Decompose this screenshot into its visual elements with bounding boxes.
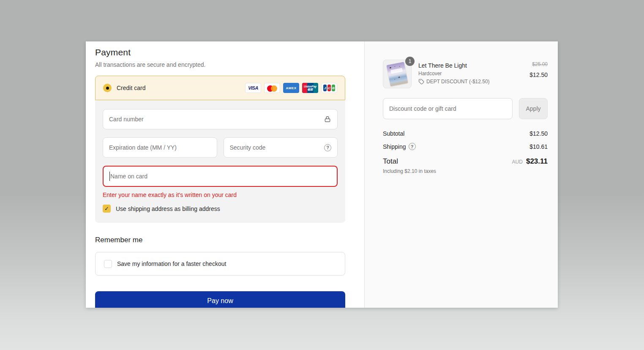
shipping-value: $10.61	[529, 143, 548, 150]
name-error-message: Enter your name exactly as it's written …	[103, 191, 338, 198]
subtotal-label: Subtotal	[383, 130, 404, 137]
card-number-field[interactable]	[103, 109, 338, 129]
expiration-field[interactable]	[103, 137, 217, 158]
product-title: Let There Be Light	[418, 62, 490, 69]
unionpay-badge-icon: UnionPay银联	[302, 83, 318, 93]
question-circle-icon: ?	[324, 144, 331, 151]
remember-me-heading: Remember me	[95, 236, 345, 244]
security-code-input[interactable]	[230, 144, 325, 151]
discounted-price: $12.50	[529, 71, 548, 78]
payment-subtitle: All transactions are secure and encrypte…	[95, 61, 345, 68]
text-caret	[109, 172, 110, 181]
quantity-badge: 1	[405, 57, 415, 66]
billing-address-checkbox-row[interactable]: ✓ Use shipping address as billing addres…	[103, 205, 338, 213]
original-price: $25.00	[529, 61, 548, 67]
checkout-window: Payment All transactions are secure and …	[86, 41, 558, 308]
payment-method-widget: Credit card VISA AMEX Unio	[95, 76, 345, 223]
expiration-input[interactable]	[109, 144, 211, 151]
subtotal-value: $12.50	[529, 130, 548, 137]
security-code-field[interactable]: ?	[224, 137, 338, 158]
save-info-checkbox[interactable]	[104, 260, 112, 268]
line-item: 1 Let There Be Light Hardcover DEPT DISC…	[383, 60, 548, 88]
discount-code-row: Apply	[383, 98, 548, 119]
product-variant: Hardcover	[418, 71, 490, 77]
save-info-row[interactable]: Save my information for a faster checkou…	[95, 252, 345, 276]
jcb-badge-icon: J C B	[321, 83, 337, 93]
shipping-label: Shipping	[383, 143, 406, 150]
product-thumbnail: 1	[383, 60, 412, 88]
total-amount: $23.11	[526, 157, 548, 166]
credit-card-form: ? Enter your name exactly as it's writte…	[95, 100, 345, 223]
card-number-input[interactable]	[109, 116, 324, 123]
billing-address-checkbox[interactable]: ✓	[103, 205, 111, 213]
credit-card-label: Credit card	[117, 85, 145, 91]
amex-badge-icon: AMEX	[283, 83, 299, 93]
billing-address-label: Use shipping address as billing address	[116, 205, 220, 212]
book-cover-image	[387, 62, 408, 86]
discount-tag-icon	[418, 79, 424, 85]
page-title: Payment	[95, 47, 345, 57]
pay-now-button[interactable]: Pay now	[95, 291, 345, 308]
credit-card-radio[interactable]	[103, 84, 112, 92]
lock-icon	[324, 115, 331, 123]
discount-tag-text: DEPT DISCOUNT (-$12.50)	[426, 79, 490, 85]
credit-card-option[interactable]: Credit card VISA AMEX Unio	[95, 76, 345, 100]
tax-note: Including $2.10 in taxes	[383, 168, 548, 174]
apply-button[interactable]: Apply	[519, 98, 548, 119]
total-row: Total AUD $23.11	[383, 157, 548, 166]
subtotal-row: Subtotal $12.50	[383, 130, 548, 137]
visa-badge-icon: VISA	[245, 83, 261, 93]
payment-panel: Payment All transactions are secure and …	[86, 41, 364, 308]
line-discount: DEPT DISCOUNT (-$12.50)	[418, 79, 490, 85]
card-brand-row: VISA AMEX UnionPay银联	[245, 83, 337, 93]
discount-code-field[interactable]	[383, 98, 513, 119]
name-on-card-field[interactable]	[103, 166, 338, 187]
name-on-card-input[interactable]	[110, 173, 331, 180]
discount-code-input[interactable]	[389, 105, 506, 112]
shipping-row: Shipping ? $10.61	[383, 143, 548, 150]
currency-code: AUD	[512, 159, 523, 165]
shipping-help-icon[interactable]: ?	[409, 143, 416, 150]
totals-section: Subtotal $12.50 Shipping ? $10.61 Total …	[383, 130, 548, 174]
total-label: Total	[383, 157, 398, 166]
mastercard-badge-icon	[264, 83, 280, 93]
save-info-label: Save my information for a faster checkou…	[117, 260, 226, 267]
order-summary-panel: 1 Let There Be Light Hardcover DEPT DISC…	[364, 41, 558, 308]
